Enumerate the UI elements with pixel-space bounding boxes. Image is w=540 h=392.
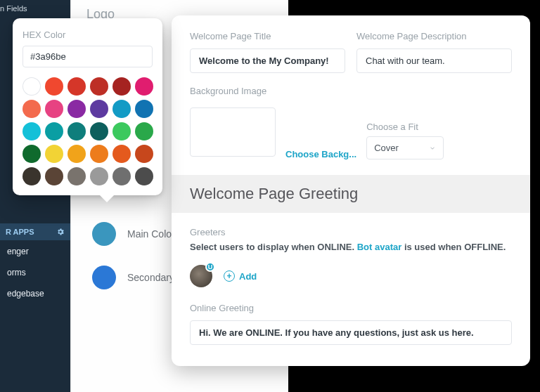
online-greeting-label: Online Greeting bbox=[190, 303, 512, 313]
color-swatch-0[interactable] bbox=[22, 77, 41, 96]
secondary-color-dot[interactable] bbox=[92, 266, 116, 289]
chevron-down-icon bbox=[429, 145, 436, 152]
welcome-settings-panel: Welcome Page Title Welcome Page Descript… bbox=[172, 15, 530, 366]
color-swatch-1[interactable] bbox=[45, 77, 63, 96]
color-swatch-20[interactable] bbox=[68, 145, 86, 163]
bot-avatar-link[interactable]: Bot avatar bbox=[357, 242, 402, 252]
greeters-desc-rest: is used when OFFLINE. bbox=[404, 242, 506, 252]
greeters-label: Greeters bbox=[190, 227, 512, 237]
welcome-desc-input[interactable] bbox=[356, 48, 512, 73]
color-picker-popover: HEX Color bbox=[13, 18, 162, 195]
welcome-title-label: Welcome Page Title bbox=[190, 31, 345, 41]
color-swatch-25[interactable] bbox=[45, 167, 63, 185]
sidebar-item-forms[interactable]: orms bbox=[0, 262, 70, 283]
avatar-badge: U bbox=[205, 262, 215, 272]
color-swatch-26[interactable] bbox=[68, 167, 86, 185]
hex-color-label: HEX Color bbox=[22, 30, 153, 40]
fit-value: Cover bbox=[374, 143, 399, 153]
plus-icon: + bbox=[224, 270, 235, 282]
greeters-description: Select users to display when ONLINE. Bot… bbox=[190, 242, 512, 252]
color-swatch-12[interactable] bbox=[22, 122, 41, 141]
color-swatch-3[interactable] bbox=[90, 77, 108, 96]
color-swatch-28[interactable] bbox=[112, 167, 131, 185]
color-swatch-18[interactable] bbox=[22, 145, 41, 163]
color-swatch-29[interactable] bbox=[135, 167, 153, 185]
main-color-label: Main Color bbox=[127, 228, 175, 240]
greeting-header: Welcome Page Greeting bbox=[172, 175, 530, 213]
color-swatch-2[interactable] bbox=[68, 77, 86, 96]
color-swatch-17[interactable] bbox=[135, 122, 153, 141]
color-swatch-14[interactable] bbox=[68, 122, 86, 141]
color-swatch-10[interactable] bbox=[112, 100, 131, 118]
fit-select[interactable]: Cover bbox=[366, 136, 444, 159]
main-color-dot[interactable] bbox=[92, 222, 116, 246]
nav-fields-fragment: n Fields bbox=[0, 4, 27, 13]
sidebar-apps-label: R APPS bbox=[6, 228, 34, 236]
color-swatch-15[interactable] bbox=[90, 122, 108, 141]
hex-input[interactable] bbox=[22, 46, 153, 67]
bg-image-preview[interactable] bbox=[190, 107, 276, 157]
color-swatch-22[interactable] bbox=[112, 145, 131, 163]
color-swatch-5[interactable] bbox=[135, 77, 153, 96]
color-swatch-9[interactable] bbox=[90, 100, 108, 118]
color-swatch-16[interactable] bbox=[112, 122, 131, 141]
gear-icon[interactable] bbox=[56, 228, 65, 236]
sidebar-apps-header[interactable]: R APPS bbox=[0, 223, 70, 240]
fit-label: Choose a Fit bbox=[366, 122, 444, 132]
main-color-row[interactable]: Main Color bbox=[71, 222, 175, 246]
sidebar-item-messenger[interactable]: enger bbox=[0, 241, 70, 262]
greeters-desc-bold: Select users to display when ONLINE. bbox=[190, 242, 354, 252]
welcome-desc-label: Welcome Page Description bbox=[356, 31, 512, 41]
color-swatch-19[interactable] bbox=[45, 145, 63, 163]
secondary-color-row[interactable]: Secondary B bbox=[71, 266, 184, 289]
bg-image-label: Background Image bbox=[190, 86, 512, 96]
sidebar-items: enger orms edgebase bbox=[0, 241, 70, 304]
color-swatch-11[interactable] bbox=[135, 100, 153, 118]
color-swatch-6[interactable] bbox=[22, 100, 41, 118]
greeter-avatar[interactable]: U bbox=[190, 265, 212, 287]
color-swatch-8[interactable] bbox=[68, 100, 86, 118]
color-swatch-4[interactable] bbox=[112, 77, 131, 96]
color-swatch-24[interactable] bbox=[22, 167, 41, 185]
color-swatch-13[interactable] bbox=[45, 122, 63, 141]
color-swatch-21[interactable] bbox=[90, 145, 108, 163]
add-greeter-button[interactable]: + Add bbox=[224, 270, 257, 282]
color-swatch-7[interactable] bbox=[45, 100, 63, 118]
welcome-title-input[interactable] bbox=[190, 48, 345, 73]
color-swatch-27[interactable] bbox=[90, 167, 108, 185]
color-swatch-23[interactable] bbox=[135, 145, 153, 163]
online-greeting-input[interactable] bbox=[190, 320, 512, 345]
swatch-grid bbox=[22, 77, 153, 185]
add-label: Add bbox=[239, 271, 257, 282]
choose-background-button[interactable]: Choose Backg... bbox=[285, 149, 356, 159]
sidebar-item-knowledgebase[interactable]: edgebase bbox=[0, 283, 70, 304]
